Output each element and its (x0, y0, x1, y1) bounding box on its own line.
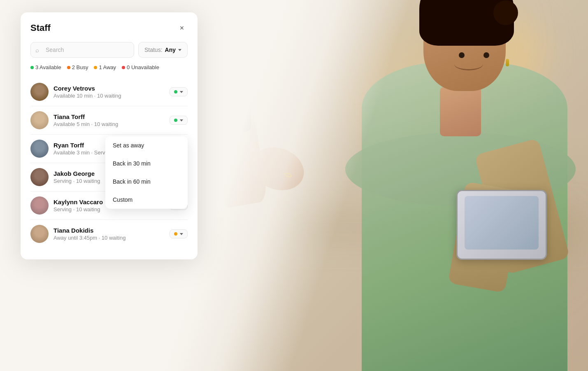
staff-item: Tiana Torff Available 5 min · 10 waiting… (30, 106, 188, 135)
status-dropdown-menu: Set as awayBack in 30 minBack in 60 minC… (105, 136, 188, 209)
dropdown-item[interactable]: Back in 30 min (105, 154, 188, 173)
status-indicator-dot (174, 119, 177, 122)
status-summary-item: 1 Away (94, 64, 116, 70)
staff-status: Available 5 min · 10 waiting (53, 121, 170, 127)
status-dot (30, 66, 34, 69)
status-summary-item: 0 Unavailable (122, 64, 159, 70)
staff-panel: Staff × ⌕ Status: Any 3 Available2 Busy1… (21, 12, 198, 259)
status-summary-item: 2 Busy (67, 64, 88, 70)
dropdown-wrapper: Set as awayBack in 30 minBack in 60 minC… (170, 116, 188, 125)
dropdown-item[interactable]: Set as away (105, 136, 188, 154)
status-dot (122, 66, 125, 69)
staff-info: Tiana Dokidis Away until 3:45pm · 10 wai… (53, 227, 170, 241)
staff-name: Corey Vetrovs (53, 85, 170, 92)
staff-list: Corey Vetrovs Available 10 min · 10 wait… (30, 78, 188, 248)
status-dot (67, 66, 70, 69)
staff-status: Available 10 min · 10 waiting (53, 93, 170, 99)
dropdown-item[interactable]: Custom (105, 191, 188, 209)
phone-hand-decoration (198, 49, 313, 206)
chevron-down-icon (180, 119, 183, 121)
staff-status: Away until 3:45pm · 10 waiting (53, 235, 170, 241)
filter-label: Status: (144, 47, 163, 53)
avatar (30, 111, 49, 129)
staff-item: Corey Vetrovs Available 10 min · 10 wait… (30, 78, 188, 106)
avatar (30, 225, 49, 243)
status-dot (94, 66, 97, 69)
status-summary-bar: 3 Available2 Busy1 Away0 Unavailable (30, 64, 188, 70)
status-indicator-dot (174, 232, 177, 236)
filter-value: Any (165, 47, 176, 53)
status-filter-button[interactable]: Status: Any (138, 42, 188, 58)
search-icon: ⌕ (35, 47, 39, 54)
dropdown-item[interactable]: Back in 60 min (105, 173, 188, 191)
chevron-down-icon (180, 91, 183, 93)
person-decoration (267, 0, 588, 371)
search-wrapper: ⌕ (30, 42, 134, 58)
panel-header: Staff × (30, 22, 188, 34)
status-button[interactable] (170, 116, 188, 125)
status-indicator-dot (174, 90, 177, 93)
panel-title: Staff (30, 23, 51, 33)
search-input[interactable] (30, 42, 134, 58)
controls-row: ⌕ Status: Any (30, 42, 188, 58)
avatar (30, 140, 49, 158)
chevron-down-icon (178, 49, 181, 51)
close-button[interactable]: × (176, 22, 188, 34)
staff-name: Tiana Torff (53, 113, 170, 120)
staff-info: Tiana Torff Available 5 min · 10 waiting (53, 113, 170, 127)
status-button[interactable] (170, 229, 188, 238)
status-summary-item: 3 Available (30, 64, 61, 70)
chevron-down-icon (180, 233, 183, 235)
avatar (30, 168, 49, 186)
status-button[interactable] (170, 87, 188, 96)
panel-body: Staff × ⌕ Status: Any 3 Available2 Busy1… (21, 12, 198, 259)
staff-item: Tiana Dokidis Away until 3:45pm · 10 wai… (30, 220, 188, 248)
avatar (30, 196, 49, 215)
avatar (30, 83, 49, 101)
staff-info: Corey Vetrovs Available 10 min · 10 wait… (53, 85, 170, 99)
staff-name: Tiana Dokidis (53, 227, 170, 234)
